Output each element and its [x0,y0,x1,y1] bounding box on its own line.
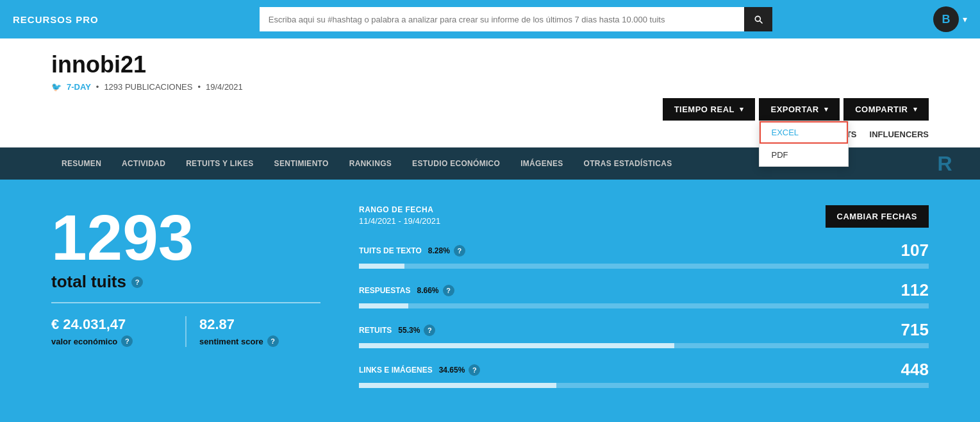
avatar: B [933,6,959,32]
stat-bar-row-3: LINKS E IMÁGENES 34.65% ? 448 [359,360,929,388]
divider [51,302,320,303]
tiempo-real-chevron-icon: ▾ [740,105,744,114]
main-content: 1293 total tuits ? € 24.031,47 valor eco… [0,180,980,422]
sentiment-help-icon[interactable]: ? [267,335,279,347]
sec-nav-influencers[interactable]: INFLUENCERS [870,127,929,142]
bar-track-0 [359,264,929,269]
date-range-row: RANGO DE FECHA 11/4/2021 - 19/4/2021 CAM… [359,205,929,228]
nav-imagenes[interactable]: IMÁGENES [510,148,573,180]
stat-bar-value-3: 448 [901,360,929,380]
stat-bar-value-0: 107 [901,241,929,260]
page-title: innobi21 [51,51,929,78]
page-meta: 🐦 7-DAY • 1293 PUBLICACIONES • 19/4/2021 [51,82,929,92]
date-range-info: RANGO DE FECHA 11/4/2021 - 19/4/2021 [359,205,440,226]
search-icon [753,14,763,24]
stat-help-icon-3[interactable]: ? [469,364,480,376]
user-menu[interactable]: B ▾ [933,6,967,32]
search-button[interactable] [744,7,772,31]
nav-rankings[interactable]: RANKINGS [339,148,402,180]
exportar-dropdown-menu: EXCEL PDF [759,121,849,167]
total-count: 1293 [51,205,320,269]
stat-bar-header-1: RESPUESTAS 8.66% ? 112 [359,280,929,300]
meta-publications: 1293 PUBLICACIONES [104,82,192,92]
stat-bar-label-2: RETUITS 55.3% ? [359,325,435,336]
nav-otras-estadisticas[interactable]: OTRAS ESTADÍSTICAS [574,148,683,180]
bar-fill-2 [359,343,674,348]
brand-logo: RECURSOS PRO [13,14,99,25]
bar-track-2 [359,343,929,348]
valor-help-icon[interactable]: ? [121,335,133,347]
nav-resumen[interactable]: RESUMEN [51,148,112,180]
stat-help-icon-1[interactable]: ? [443,285,454,296]
stat-bar-label-1: RESPUESTAS 8.66% ? [359,285,454,296]
export-pdf-item[interactable]: PDF [760,144,848,166]
page-header: innobi21 🐦 7-DAY • 1293 PUBLICACIONES • … [0,38,980,98]
stat-help-icon-2[interactable]: ? [424,325,435,336]
stat-help-icon-0[interactable]: ? [454,245,465,257]
top-nav: RECURSOS PRO B ▾ [0,0,980,38]
exportar-chevron-icon: ▾ [824,105,829,114]
date-range-value: 11/4/2021 - 19/4/2021 [359,216,440,226]
right-stats: RANGO DE FECHA 11/4/2021 - 19/4/2021 CAM… [359,205,929,400]
exportar-dropdown-container: EXPORTAR ▾ EXCEL PDF [759,98,840,121]
sentiment-stat: 82.87 sentiment score ? [185,316,320,347]
search-bar [260,7,772,31]
stat-bar-row-2: RETUITS 55.3% ? 715 [359,320,929,348]
bar-fill-3 [359,383,556,388]
compartir-chevron-icon: ▾ [913,105,918,114]
compartir-button[interactable]: COMPARTIR ▾ [843,98,929,121]
sentiment-value: 82.87 [199,316,320,333]
meta-period: 7-DAY [67,82,91,92]
export-excel-item[interactable]: EXCEL [760,121,848,144]
stat-bar-label-0: TUITS DE TEXTO 8.28% ? [359,245,465,257]
stat-bar-label-3: LINKS E IMÁGENES 34.65% ? [359,364,480,376]
stat-bar-header-2: RETUITS 55.3% ? 715 [359,320,929,340]
exportar-button[interactable]: EXPORTAR ▾ [759,98,840,121]
meta-date: 19/4/2021 [206,82,243,92]
stat-bars-container: TUITS DE TEXTO 8.28% ? 107 RESPUESTAS 8.… [359,241,929,388]
bar-track-1 [359,303,929,308]
nav-sentimiento[interactable]: SENTIMIENTO [264,148,339,180]
cambiar-fechas-button[interactable]: CAMBIAR FECHAS [826,205,929,228]
valor-economico-value: € 24.031,47 [51,316,172,333]
total-label: total tuits ? [51,272,320,292]
nav-estudio-economico[interactable]: ESTUDIO ECONÓMICO [402,148,510,180]
main-nav-logo: R [922,148,967,180]
user-chevron-icon[interactable]: ▾ [963,14,967,24]
nav-retuits-likes[interactable]: RETUITS Y LIKES [176,148,263,180]
date-range-label: RANGO DE FECHA [359,205,440,214]
search-input[interactable] [260,7,744,31]
bar-fill-1 [359,303,408,308]
tiempo-real-button[interactable]: TIEMPO REAL ▾ [663,98,756,121]
valor-economico-stat: € 24.031,47 valor económico ? [51,316,185,347]
stat-bar-row-0: TUITS DE TEXTO 8.28% ? 107 [359,241,929,269]
stat-bar-row-1: RESPUESTAS 8.66% ? 112 [359,280,929,308]
bar-track-3 [359,383,929,388]
bar-fill-0 [359,264,404,269]
actions-row: TIEMPO REAL ▾ EXPORTAR ▾ EXCEL PDF COMPA… [0,98,980,127]
stat-bar-value-1: 112 [901,280,929,300]
stat-bar-header-0: TUITS DE TEXTO 8.28% ? 107 [359,241,929,260]
left-stats: 1293 total tuits ? € 24.031,47 valor eco… [51,205,320,400]
sub-stats: € 24.031,47 valor económico ? 82.87 sent… [51,316,320,347]
nav-actividad[interactable]: ACTIVIDAD [112,148,176,180]
valor-economico-label: valor económico ? [51,335,172,347]
total-help-icon[interactable]: ? [131,276,143,288]
stat-bar-header-3: LINKS E IMÁGENES 34.65% ? 448 [359,360,929,380]
stat-bar-value-2: 715 [901,320,929,340]
sentiment-label: sentiment score ? [199,335,320,347]
